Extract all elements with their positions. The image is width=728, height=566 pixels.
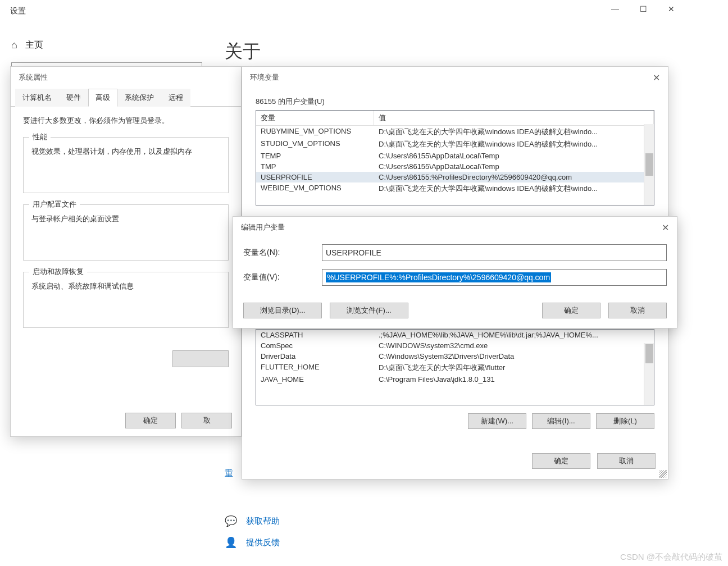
cancel-button[interactable]: 取消	[597, 453, 656, 469]
home-nav[interactable]: ⌂ 主页	[11, 22, 202, 62]
cancel-button[interactable]: 取消	[608, 303, 667, 318]
desc: 与登录帐户相关的桌面设置	[31, 214, 220, 224]
home-icon: ⌂	[11, 39, 17, 51]
tab-protection[interactable]: 系统保护	[117, 89, 161, 107]
system-vars-table[interactable]: CLASSPATH.;%JAVA_HOME%\lib;%JAVA_HOME%\l…	[256, 329, 654, 405]
table-row[interactable]: RUBYMINE_VM_OPTIONSD:\桌面\飞龙在天的大学四年收藏\win…	[256, 126, 654, 138]
admin-note: 要进行大多数更改，你必须作为管理员登录。	[23, 116, 229, 126]
col-var[interactable]: 变量	[256, 111, 374, 125]
tab-remote[interactable]: 远程	[161, 89, 190, 107]
user-vars-table[interactable]: 变量 值 RUBYMINE_VM_OPTIONSD:\桌面\飞龙在天的大学四年收…	[256, 110, 654, 206]
performance-group: 性能 视觉效果，处理器计划，内存使用，以及虚拟内存	[23, 137, 229, 193]
close-icon[interactable]: ✕	[653, 72, 660, 83]
home-label: 主页	[25, 39, 43, 51]
table-row[interactable]: WEBIDE_VM_OPTIONSD:\桌面\飞龙在天的大学四年收藏\windo…	[256, 182, 654, 195]
legend: 用户配置文件	[29, 199, 80, 209]
env-vars-button-hidden[interactable]	[172, 350, 229, 367]
ok-button[interactable]: 确定	[532, 453, 590, 469]
resize-grip[interactable]	[659, 470, 667, 478]
dialog-title: 系统属性	[11, 67, 241, 88]
ok-button[interactable]: 确定	[542, 303, 600, 318]
table-row[interactable]: FLUTTER_HOMED:\桌面\飞龙在天的大学四年收藏\flutter	[256, 362, 654, 374]
settings-title: 设置	[0, 6, 26, 16]
system-properties-dialog: 系统属性 计算机名 硬件 高级 系统保护 远程 要进行大多数更改，你必须作为管理…	[10, 66, 242, 437]
var-name-label: 变量名(N):	[243, 248, 322, 258]
tab-computer-name[interactable]: 计算机名	[15, 89, 59, 107]
table-row[interactable]: USERPROFILE C:\Users\86155:%ProfilesDire…	[256, 172, 654, 182]
var-value-label: 变量值(V):	[243, 272, 322, 282]
ok-button[interactable]: 确定	[125, 413, 176, 428]
table-row[interactable]: DriverDataC:\Windows\System32\Drivers\Dr…	[256, 351, 654, 362]
minimize-button[interactable]: —	[601, 0, 629, 18]
col-val[interactable]: 值	[374, 111, 654, 125]
maximize-button[interactable]: ☐	[629, 0, 657, 18]
tab-advanced[interactable]: 高级	[88, 89, 117, 107]
dialog-title: 编辑用户变量	[241, 222, 285, 233]
user-profile-group: 用户配置文件 与登录帐户相关的桌面设置	[23, 204, 229, 261]
browse-file-button[interactable]: 浏览文件(F)...	[330, 303, 408, 318]
sysprops-tabs: 计算机名 硬件 高级 系统保护 远程	[11, 88, 241, 107]
legend: 启动和故障恢复	[29, 267, 87, 277]
edit-user-variable-dialog: 编辑用户变量 ✕ 变量名(N): USERPROFILE 变量值(V): %US…	[233, 216, 677, 328]
table-row[interactable]: ComSpecC:\WINDOWS\system32\cmd.exe	[256, 340, 654, 351]
page-title: 关于	[225, 39, 674, 64]
table-row[interactable]: STUDIO_VM_OPTIONSD:\桌面\飞龙在天的大学四年收藏\windo…	[256, 138, 654, 150]
close-icon[interactable]: ✕	[662, 222, 669, 233]
feedback-icon: 👤	[225, 536, 237, 549]
feedback-link[interactable]: 提供反馈	[246, 537, 280, 548]
table-row[interactable]: JAVA_HOMEC:\Program Files\Java\jdk1.8.0_…	[256, 374, 654, 385]
watermark: CSDN @不会敲代码的破茧	[620, 552, 722, 563]
browse-dir-button[interactable]: 浏览目录(D)...	[243, 303, 322, 318]
close-button[interactable]: ✕	[657, 0, 685, 18]
var-value-input[interactable]: %USERPROFILE%:%ProfilesDirectory%\259660…	[322, 269, 667, 286]
table-row[interactable]: CLASSPATH.;%JAVA_HOME%\lib;%JAVA_HOME%\l…	[256, 330, 654, 340]
startup-group: 启动和故障恢复 系统启动、系统故障和调试信息	[23, 272, 229, 328]
table-row[interactable]: TMPC:\Users\86155\AppData\Local\Temp	[256, 161, 654, 172]
user-vars-label: 86155 的用户变量(U)	[256, 97, 654, 107]
legend: 性能	[29, 132, 51, 142]
dialog-title: 环境变量	[250, 72, 279, 83]
var-name-input[interactable]: USERPROFILE	[322, 244, 667, 261]
delete-button[interactable]: 删除(L)	[596, 413, 654, 429]
help-icon: 💬	[225, 515, 237, 527]
tab-hardware[interactable]: 硬件	[59, 89, 88, 107]
get-help-link[interactable]: 获取帮助	[246, 516, 280, 527]
desc: 视觉效果，处理器计划，内存使用，以及虚拟内存	[31, 147, 220, 157]
edit-button[interactable]: 编辑(I)...	[532, 413, 590, 429]
new-button[interactable]: 新建(W)...	[468, 413, 526, 429]
scrollbar-thumb[interactable]	[645, 344, 653, 363]
scrollbar-thumb[interactable]	[645, 153, 653, 176]
cancel-button[interactable]: 取	[181, 413, 232, 428]
table-row[interactable]: TEMPC:\Users\86155\AppData\Local\Temp	[256, 150, 654, 161]
desc: 系统启动、系统故障和调试信息	[31, 281, 220, 291]
